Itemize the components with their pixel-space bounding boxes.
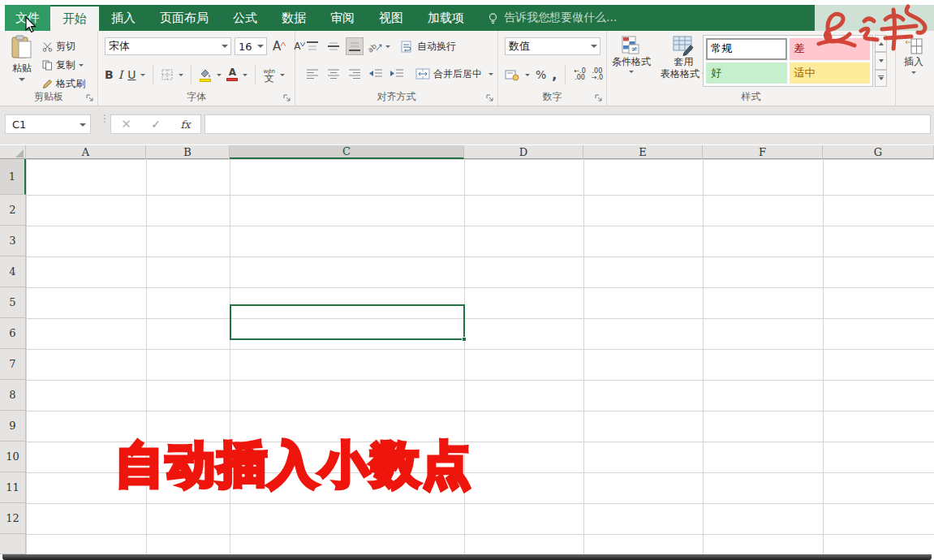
row-header-6[interactable]: 6: [0, 318, 26, 349]
increase-decimal-button[interactable]: ←.0.00: [574, 68, 585, 81]
confirm-entry-icon[interactable]: ✓: [151, 118, 161, 131]
decrease-indent-icon[interactable]: [367, 65, 385, 83]
increase-font-size-button[interactable]: A: [270, 39, 288, 54]
row-header-8[interactable]: 8: [0, 380, 26, 411]
fill-handle[interactable]: [462, 337, 467, 342]
font-color-button[interactable]: A: [226, 68, 238, 81]
underline-button[interactable]: U: [127, 68, 136, 81]
row-header-5[interactable]: 5: [0, 287, 26, 318]
font-size-combo[interactable]: 16: [235, 37, 267, 55]
paste-label: 粘贴: [12, 62, 32, 75]
align-right-icon[interactable]: [346, 65, 364, 83]
insert-cells-button[interactable]: 插入: [904, 37, 923, 74]
row-header-3[interactable]: 3: [0, 226, 26, 256]
borders-dropdown-arrow[interactable]: [179, 74, 183, 76]
row-header-7[interactable]: 7: [0, 349, 26, 380]
tell-me-box[interactable]: 告诉我您想要做什么...: [488, 5, 617, 31]
selected-cell-c1[interactable]: [230, 304, 465, 340]
number-dialog-launcher-icon[interactable]: [595, 94, 603, 102]
gallery-scroll-up-button[interactable]: [875, 35, 887, 52]
row-header-2[interactable]: 2: [0, 195, 26, 226]
number-format-combo[interactable]: 数值: [505, 37, 600, 55]
row-header-11[interactable]: 11: [0, 472, 26, 503]
increase-indent-icon[interactable]: [388, 65, 406, 83]
name-box[interactable]: C1: [5, 114, 91, 134]
formula-bar-row: C1 ⋮ ✕ ✓ fx: [0, 106, 934, 144]
gallery-more-button[interactable]: [875, 70, 887, 87]
clipboard-dialog-launcher-icon[interactable]: [86, 94, 94, 102]
cancel-entry-icon[interactable]: ✕: [121, 117, 131, 131]
ribbon-tab-bar: 文件 开始 插入 页面布局 公式 数据 审阅 视图 加载项 告诉我您想要做什么.…: [5, 5, 934, 31]
tab-formulas[interactable]: 公式: [221, 5, 269, 31]
tab-home[interactable]: 开始: [50, 6, 99, 31]
format-as-table-button[interactable]: 套用 表格格式: [661, 35, 707, 80]
align-left-icon[interactable]: [303, 65, 321, 83]
cell-style-neutral[interactable]: 适中: [790, 62, 871, 84]
insert-function-button[interactable]: fx: [181, 118, 191, 131]
alignment-dialog-launcher-icon[interactable]: [486, 94, 494, 102]
row-header-9[interactable]: 9: [0, 411, 26, 442]
tab-data[interactable]: 数据: [269, 5, 318, 31]
orientation-button[interactable]: ab: [367, 37, 391, 55]
row-header-13-partial[interactable]: [0, 534, 26, 554]
fill-color-dropdown-arrow[interactable]: [217, 74, 222, 76]
cell-style-bad[interactable]: 差: [790, 38, 871, 60]
row-header-4[interactable]: 4: [0, 256, 26, 287]
wrap-text-button[interactable]: 自动换行: [401, 40, 456, 54]
cell-style-good[interactable]: 好: [706, 62, 787, 84]
copy-dropdown-arrow[interactable]: [79, 64, 84, 67]
tab-addins[interactable]: 加载项: [415, 5, 476, 31]
name-box-dropdown-arrow[interactable]: [80, 123, 86, 127]
column-header-b[interactable]: B: [146, 145, 230, 159]
merge-center-button[interactable]: 合并后居中: [415, 67, 493, 81]
paste-dropdown-arrow[interactable]: [19, 78, 25, 81]
font-name-combo[interactable]: 宋体: [105, 37, 231, 55]
cut-button[interactable]: 剪切: [42, 37, 85, 56]
tab-file[interactable]: 文件: [5, 5, 50, 31]
gallery-scroll-down-button[interactable]: [875, 52, 887, 69]
gallery-scroll-buttons: [875, 35, 887, 87]
align-middle-icon[interactable]: [325, 37, 342, 55]
percent-style-button[interactable]: %: [536, 68, 546, 81]
underline-dropdown-arrow[interactable]: [140, 74, 145, 76]
column-header-d[interactable]: D: [464, 145, 583, 159]
select-all-button[interactable]: [0, 145, 26, 159]
borders-icon[interactable]: [161, 68, 174, 81]
font-dialog-launcher-icon[interactable]: [283, 94, 291, 102]
insert-cells-icon: [904, 37, 923, 55]
row-header-1[interactable]: 1: [0, 159, 26, 195]
tab-file-label: 文件: [15, 11, 40, 26]
bold-button[interactable]: B: [105, 68, 114, 81]
phonetic-dropdown-arrow[interactable]: [280, 74, 285, 76]
comma-style-button[interactable]: ,: [552, 67, 557, 83]
font-color-dropdown-arrow[interactable]: [243, 74, 247, 76]
conditional-formatting-button[interactable]: ≠ 条件格式: [612, 35, 651, 73]
phonetic-guide-button[interactable]: wén 文: [263, 68, 274, 81]
row-header-12[interactable]: 12: [0, 503, 26, 534]
ribbon: 粘贴 剪切 复制 格式刷 剪贴板: [0, 31, 934, 106]
cell-style-normal[interactable]: 常规: [706, 38, 787, 60]
decrease-decimal-button[interactable]: .00→.0: [592, 68, 603, 81]
column-header-f[interactable]: F: [703, 145, 823, 159]
italic-button[interactable]: I: [118, 68, 123, 81]
tab-page-layout[interactable]: 页面布局: [148, 5, 221, 31]
column-header-e[interactable]: E: [583, 145, 703, 159]
formula-input[interactable]: [204, 114, 931, 134]
column-header-g[interactable]: G: [823, 145, 934, 159]
row-header-10[interactable]: 10: [0, 442, 26, 472]
styles-group-label: 样式: [607, 90, 895, 104]
merge-center-icon: [415, 68, 430, 80]
conditional-formatting-icon: ≠: [621, 35, 642, 56]
tab-view[interactable]: 视图: [367, 5, 415, 31]
fill-color-button[interactable]: [199, 68, 212, 82]
tab-review[interactable]: 审阅: [318, 5, 367, 31]
align-center-icon[interactable]: [325, 65, 342, 83]
align-top-icon[interactable]: [303, 37, 321, 55]
align-bottom-icon[interactable]: [346, 37, 364, 55]
column-header-a[interactable]: A: [26, 145, 146, 159]
copy-button[interactable]: 复制: [42, 56, 85, 75]
accounting-format-icon[interactable]: [505, 69, 519, 81]
tab-insert[interactable]: 插入: [99, 5, 148, 31]
column-header-c[interactable]: C: [230, 145, 464, 159]
accounting-dropdown-arrow[interactable]: [525, 74, 530, 76]
